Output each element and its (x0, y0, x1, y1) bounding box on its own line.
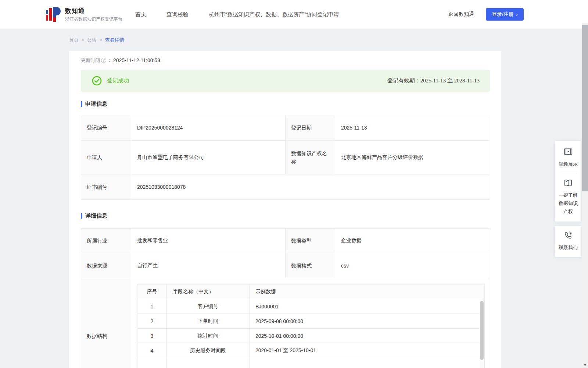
reg-no-label: 登记编号 (81, 115, 131, 141)
validity-label: 登记有效期： (387, 78, 420, 84)
source-label: 数据来源 (81, 253, 131, 278)
nav-item-query-verify[interactable]: 查询校验 (166, 11, 189, 18)
breadcrumb-separator: > (100, 38, 102, 43)
brand: 数知通 浙江省数据知识产权登记平台 (46, 6, 122, 22)
contact-widget-label: 联系我们 (559, 244, 578, 252)
format-label: 数据格式 (286, 253, 335, 278)
industry-value: 批发和零售业 (131, 229, 286, 253)
data-structure-table-wrap: 序号 字段名称（中文） 示例数据 1 客户编号 BJ000001 2 下单时间 (137, 284, 484, 368)
scroll-down-arrow-icon[interactable]: ▼ (582, 363, 588, 367)
back-to-shuzhitong-link[interactable]: 返回数知通 (448, 11, 474, 18)
table-row: 所属行业 批发和零售业 数据类型 企业数据 (81, 229, 490, 253)
login-register-button[interactable]: 登录/注册 › (486, 8, 524, 21)
update-time-colon: ： (107, 57, 112, 64)
nav-item-home[interactable]: 首页 (135, 11, 146, 18)
industry-label: 所属行业 (81, 229, 131, 253)
video-widget[interactable]: 视频展示 (559, 147, 578, 168)
cell-no: 3 (137, 329, 167, 343)
dip-name-value: 北京地区海鲜产品客户分级评价数据 (335, 141, 490, 174)
application-info-table: 登记编号 DIP2025000028124 登记日期 2025-11-13 申请… (81, 115, 490, 200)
data-type-label: 数据类型 (286, 229, 335, 253)
table-row: 1 客户编号 BJ000001 (137, 299, 485, 314)
section-title-detail: 详细信息 (81, 212, 490, 219)
cell-field: 客户编号 (167, 299, 250, 314)
chevron-right-icon: › (516, 11, 518, 17)
update-time-label: 更新时间 (81, 57, 100, 64)
logo-icon (46, 6, 61, 22)
phone-icon (564, 231, 573, 240)
table-row: 数据来源 自行产生 数据格式 csv (81, 253, 490, 278)
table-row: 3 统计时间 2025-10-01 00:00:00 (137, 329, 485, 343)
divider (559, 173, 577, 173)
check-circle-icon (92, 76, 102, 86)
video-widget-label: 视频展示 (559, 160, 578, 168)
reg-date-value: 2025-11-13 (335, 115, 490, 141)
floating-widgets: 视频展示 一键了解数据知识产权 联系我们 (555, 141, 581, 257)
contact-widget[interactable]: 联系我们 (555, 226, 581, 257)
cell-field: 历史服务时间段 (167, 343, 250, 358)
top-header: 数知通 浙江省数据知识产权登记平台 首页 查询校验 杭州市“数据知识产权、数据、… (0, 0, 588, 29)
applicant-label: 申请人 (81, 141, 131, 174)
cell-no: 4 (137, 343, 167, 358)
cell-field: 统计时间 (167, 329, 250, 343)
cert-no-value: 20251033000018078 (131, 174, 490, 200)
table-header-row: 序号 字段名称（中文） 示例数据 (137, 284, 485, 299)
breadcrumb-separator: > (82, 38, 84, 43)
data-type-value: 企业数据 (335, 229, 490, 253)
detail-info-table: 所属行业 批发和零售业 数据类型 企业数据 数据来源 自行产生 数据格式 csv… (81, 228, 490, 368)
reg-date-label: 登记日期 (286, 115, 335, 141)
cell-sample: 2025-10-01 00:00:00 (250, 329, 485, 343)
breadcrumb-item-announcement[interactable]: 公告 (87, 37, 97, 43)
cell-sample: 2025-09-08 00:00:00 (250, 314, 485, 329)
dip-name-label: 数据知识产权名称 (286, 141, 335, 174)
cell-no: 1 (137, 299, 167, 314)
format-value: csv (335, 253, 490, 278)
validity-period: 登记有效期：2025-11-13 至 2028-11-13 (387, 77, 480, 84)
guide-widget-label: 一键了解数据知识产权 (559, 191, 578, 216)
table-row: 证书编号 20251033000018078 (81, 174, 490, 200)
registration-status-text: 登记成功 (107, 77, 129, 84)
success-banner: 登记成功 登记有效期：2025-11-13 至 2028-11-13 (81, 70, 490, 92)
cell-no: 2 (137, 314, 167, 329)
floating-card-top: 视频展示 一键了解数据知识产权 (555, 141, 581, 222)
table-row: 数据结构 序号 字段名称（中文） 示例数据 1 客户编号 BJ000001 (81, 278, 490, 368)
applicant-value: 舟山市渔盟电子商务有限公司 (131, 141, 286, 174)
book-icon (563, 178, 573, 188)
cell-field: 下单时间 (167, 314, 250, 329)
brand-subtitle: 浙江省数据知识产权登记平台 (65, 16, 122, 22)
section-title-application: 申请信息 (81, 100, 490, 107)
table-row (137, 358, 485, 368)
structure-label: 数据结构 (81, 278, 131, 368)
source-value: 自行产生 (131, 253, 286, 278)
validity-value: 2025-11-13 至 2028-11-13 (420, 78, 480, 84)
guide-widget[interactable]: 一键了解数据知识产权 (559, 178, 578, 216)
breadcrumb-item-home[interactable]: 首页 (69, 37, 79, 43)
table-row: 2 下单时间 2025-09-08 00:00:00 (137, 314, 485, 329)
table-row: 4 历史服务时间段 2020-01-01 至 2025-10-01 (137, 343, 485, 358)
update-time-value: 2025-11-12 11:00:53 (113, 57, 160, 63)
cell-sample: BJ000001 (250, 299, 485, 314)
accent-bar (81, 213, 82, 219)
help-icon[interactable]: ? (101, 58, 106, 63)
table-row: 登记编号 DIP2025000028124 登记日期 2025-11-13 (81, 115, 490, 141)
breadcrumb: 首页 > 公告 > 查看详情 (69, 37, 588, 43)
page-scrollbar-thumb[interactable] (582, 25, 588, 191)
breadcrumb-item-detail[interactable]: 查看详情 (105, 37, 124, 43)
col-header-field-name: 字段名称（中文） (167, 284, 250, 299)
reg-no-value: DIP2025000028124 (131, 115, 286, 141)
cell-sample: 2020-01-01 至 2025-10-01 (250, 343, 485, 358)
detail-card: 更新时间 ? ： 2025-11-12 11:00:53 登记成功 登记有效期：… (69, 51, 501, 368)
cert-no-label: 证书编号 (81, 174, 131, 200)
inner-scrollbar-thumb[interactable] (480, 301, 484, 360)
col-header-no: 序号 (137, 284, 167, 299)
main-nav: 首页 查询校验 杭州市“数据知识产权、数据、数据资产”协同登记申请 (135, 11, 339, 18)
nav-item-hangzhou-collab[interactable]: 杭州市“数据知识产权、数据、数据资产”协同登记申请 (209, 11, 339, 18)
accent-bar (81, 101, 82, 107)
col-header-sample: 示例数据 (250, 284, 485, 299)
video-icon (563, 147, 573, 156)
update-time-line: 更新时间 ? ： 2025-11-12 11:00:53 (81, 56, 490, 64)
data-structure-table: 序号 字段名称（中文） 示例数据 1 客户编号 BJ000001 2 下单时间 (137, 284, 485, 368)
table-row: 申请人 舟山市渔盟电子商务有限公司 数据知识产权名称 北京地区海鲜产品客户分级评… (81, 141, 490, 174)
brand-name: 数知通 (65, 7, 122, 15)
